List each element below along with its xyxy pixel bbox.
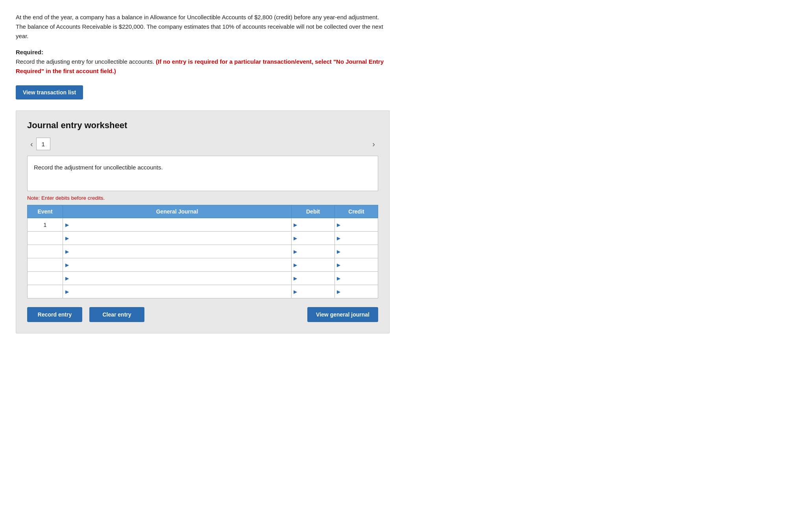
dropdown-arrow-icon: ▶: [294, 222, 297, 228]
required-section: Required: Record the adjusting entry for…: [16, 49, 390, 76]
dropdown-arrow-icon: ▶: [294, 262, 297, 268]
dropdown-arrow-icon: ▶: [65, 249, 69, 254]
table-row: ▶▶▶: [28, 245, 378, 258]
event-cell: 1: [28, 218, 63, 232]
buttons-row: Record entry Clear entry View general jo…: [27, 307, 378, 322]
debit-input[interactable]: [292, 218, 334, 231]
dropdown-arrow-icon: ▶: [337, 249, 340, 254]
gj-cell[interactable]: ▶: [63, 245, 292, 258]
dropdown-arrow-icon: ▶: [65, 236, 69, 241]
credit-input[interactable]: [335, 232, 378, 245]
credit-cell[interactable]: ▶: [335, 232, 378, 245]
table-row: ▶▶▶: [28, 258, 378, 272]
dropdown-arrow-icon: ▶: [337, 289, 340, 295]
dropdown-arrow-icon: ▶: [337, 276, 340, 281]
dropdown-arrow-icon: ▶: [337, 236, 340, 241]
clear-entry-button[interactable]: Clear entry: [89, 307, 144, 322]
dropdown-arrow-icon: ▶: [294, 289, 297, 295]
dropdown-arrow-icon: ▶: [65, 262, 69, 268]
event-cell: [28, 272, 63, 285]
debit-input[interactable]: [292, 272, 334, 285]
debit-cell[interactable]: ▶: [292, 258, 335, 272]
credit-input[interactable]: [335, 218, 378, 231]
credit-cell[interactable]: ▶: [335, 245, 378, 258]
table-row: ▶▶▶: [28, 285, 378, 298]
description-box: Record the adjustment for uncollectible …: [27, 156, 378, 191]
gj-cell[interactable]: ▶: [63, 218, 292, 232]
gj-input[interactable]: [65, 258, 291, 271]
gj-input[interactable]: [65, 232, 291, 245]
debit-input[interactable]: [292, 245, 334, 258]
view-transaction-button[interactable]: View transaction list: [16, 85, 83, 99]
event-cell: [28, 245, 63, 258]
event-cell: [28, 285, 63, 298]
table-row: 1▶▶▶: [28, 218, 378, 232]
record-entry-button[interactable]: Record entry: [27, 307, 82, 322]
dropdown-arrow-icon: ▶: [65, 276, 69, 281]
gj-cell[interactable]: ▶: [63, 232, 292, 245]
table-row: ▶▶▶: [28, 272, 378, 285]
worksheet-title: Journal entry worksheet: [27, 120, 378, 131]
note-text: Note: Enter debits before credits.: [27, 195, 378, 201]
gj-input[interactable]: [65, 285, 291, 298]
intro-paragraph: At the end of the year, a company has a …: [16, 13, 390, 41]
credit-input[interactable]: [335, 272, 378, 285]
required-label: Required:: [16, 49, 390, 55]
instruction-text: Record the adjusting entry for uncollect…: [16, 57, 390, 76]
dropdown-arrow-icon: ▶: [65, 222, 69, 228]
col-header-gj: General Journal: [63, 205, 292, 218]
dropdown-arrow-icon: ▶: [294, 249, 297, 254]
col-header-debit: Debit: [292, 205, 335, 218]
gj-input[interactable]: [65, 245, 291, 258]
dropdown-arrow-icon: ▶: [65, 289, 69, 295]
credit-input[interactable]: [335, 245, 378, 258]
tab-number: 1: [36, 138, 50, 150]
event-cell: [28, 232, 63, 245]
debit-cell[interactable]: ▶: [292, 245, 335, 258]
credit-input[interactable]: [335, 258, 378, 271]
gj-cell[interactable]: ▶: [63, 258, 292, 272]
debit-cell[interactable]: ▶: [292, 218, 335, 232]
dropdown-arrow-icon: ▶: [337, 262, 340, 268]
table-row: ▶▶▶: [28, 232, 378, 245]
debit-input[interactable]: [292, 232, 334, 245]
credit-input[interactable]: [335, 285, 378, 298]
journal-table: Event General Journal Debit Credit 1▶▶▶▶…: [27, 205, 378, 298]
debit-cell[interactable]: ▶: [292, 232, 335, 245]
gj-input[interactable]: [65, 218, 291, 231]
gj-input[interactable]: [65, 272, 291, 285]
credit-cell[interactable]: ▶: [335, 258, 378, 272]
credit-cell[interactable]: ▶: [335, 272, 378, 285]
dropdown-arrow-icon: ▶: [337, 222, 340, 228]
event-cell: [28, 258, 63, 272]
gj-cell[interactable]: ▶: [63, 285, 292, 298]
debit-input[interactable]: [292, 285, 334, 298]
nav-row: ‹ 1 ›: [27, 138, 378, 150]
gj-cell[interactable]: ▶: [63, 272, 292, 285]
debit-input[interactable]: [292, 258, 334, 271]
debit-cell[interactable]: ▶: [292, 285, 335, 298]
worksheet-container: Journal entry worksheet ‹ 1 › Record the…: [16, 110, 390, 333]
col-header-event: Event: [28, 205, 63, 218]
credit-cell[interactable]: ▶: [335, 285, 378, 298]
dropdown-arrow-icon: ▶: [294, 236, 297, 241]
debit-cell[interactable]: ▶: [292, 272, 335, 285]
col-header-credit: Credit: [335, 205, 378, 218]
dropdown-arrow-icon: ▶: [294, 276, 297, 281]
prev-tab-button[interactable]: ‹: [27, 140, 36, 148]
credit-cell[interactable]: ▶: [335, 218, 378, 232]
next-tab-button[interactable]: ›: [369, 140, 378, 148]
view-general-journal-button[interactable]: View general journal: [307, 307, 378, 322]
